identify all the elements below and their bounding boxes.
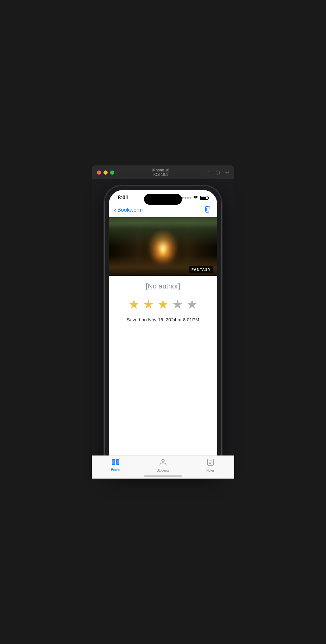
tab-bar: Books Students <box>109 455 217 468</box>
status-time: 8:01 <box>118 195 129 201</box>
books-tab-icon <box>111 458 120 467</box>
svg-point-4 <box>162 459 164 462</box>
status-icons <box>182 195 208 200</box>
tab-notes[interactable]: Notes <box>199 458 217 468</box>
signal-dot-1 <box>182 197 184 199</box>
battery-fill <box>201 197 206 199</box>
book-author: [No author] <box>146 282 180 290</box>
simulator-body: 8:01 <box>92 179 234 479</box>
status-bar: 8:01 <box>109 190 217 203</box>
tab-students[interactable]: Students <box>152 458 174 468</box>
home-sim-icon[interactable]: ⌂ <box>207 170 210 176</box>
back-button[interactable]: ‹ Bookworm <box>114 207 143 213</box>
device-name: iPhone 16 iOS 18.1 <box>152 168 169 177</box>
phone-device: 8:01 <box>104 186 222 472</box>
book-cover-image: FANTASY <box>109 217 217 276</box>
back-label: Bookworm <box>117 207 143 213</box>
signal-dot-2 <box>185 197 186 199</box>
signal-dot-4 <box>190 197 191 199</box>
phone-screen: 8:01 <box>109 190 217 468</box>
svg-rect-3 <box>116 460 119 464</box>
simulator-frame: iPhone 16 iOS 18.1 ⌂ ⬡ ↩ 8:01 <box>92 165 234 479</box>
svg-rect-2 <box>112 460 115 464</box>
tab-books[interactable]: Books <box>109 458 127 468</box>
rating-stars[interactable]: ★ ★ ★ ★ ★ <box>128 298 198 311</box>
star-2[interactable]: ★ <box>143 298 154 311</box>
genre-badge: FANTASY <box>189 266 213 273</box>
star-3[interactable]: ★ <box>157 298 169 311</box>
simulator-titlebar: iPhone 16 iOS 18.1 ⌂ ⬡ ↩ <box>92 165 234 179</box>
saved-date: Saved on Nov 16, 2024 at 8:01PM <box>127 317 199 322</box>
simulator-controls: ⌂ ⬡ ↩ <box>207 170 229 176</box>
delete-button[interactable] <box>204 205 211 215</box>
maximize-dot[interactable] <box>110 170 114 175</box>
rotate-sim-icon[interactable]: ↩ <box>225 170 229 176</box>
camera-sim-icon[interactable]: ⬡ <box>216 170 220 176</box>
star-4[interactable]: ★ <box>172 298 183 311</box>
star-1[interactable]: ★ <box>128 298 140 311</box>
book-content: [No author] ★ ★ ★ ★ ★ Saved on Nov 16, 2… <box>109 276 217 468</box>
minimize-dot[interactable] <box>103 170 108 175</box>
battery-icon <box>200 196 208 200</box>
students-tab-icon <box>159 458 167 468</box>
notes-tab-icon <box>207 458 214 468</box>
close-dot[interactable] <box>97 170 101 175</box>
dynamic-island <box>144 194 182 205</box>
back-chevron-icon: ‹ <box>114 207 116 213</box>
light-glow <box>147 229 179 264</box>
wifi-icon <box>193 195 198 200</box>
signal-dots <box>182 197 191 199</box>
nav-bar: ‹ Bookworm <box>109 203 217 217</box>
star-5[interactable]: ★ <box>186 298 198 311</box>
signal-dot-3 <box>187 197 189 199</box>
